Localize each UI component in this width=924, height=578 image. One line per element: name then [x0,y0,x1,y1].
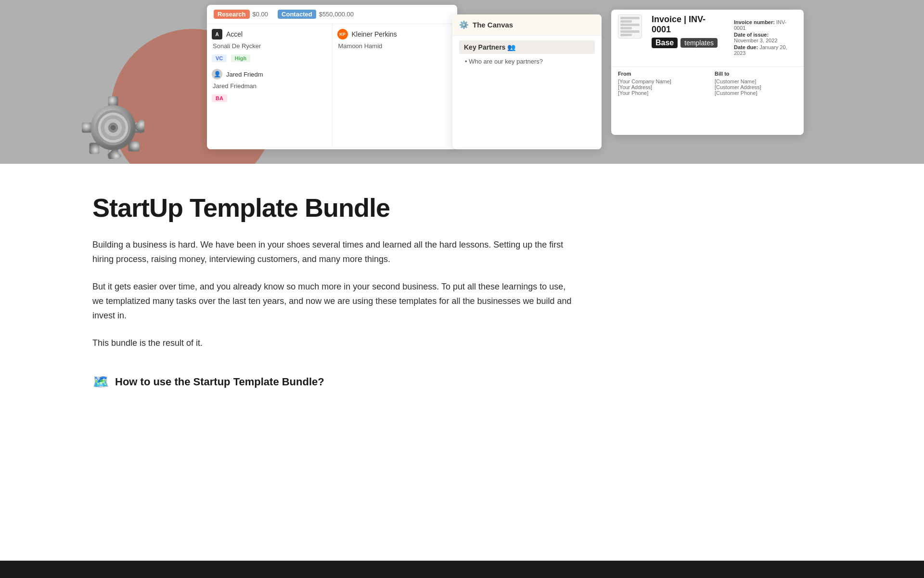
bill-line-1: [Customer Name] [715,79,797,84]
canvas-gear-emoji: ⚙️ [459,20,469,29]
para-2: But it gets easier over time, and you al… [92,280,574,323]
invoice-top: Invoice | INV-0001 Base templates Invoic… [611,10,804,67]
from-label: From [618,71,700,77]
date-due-label: Date due: [734,44,758,50]
invoice-meta: Invoice number: INV-0001 Date of issue: … [727,14,797,62]
jared-row: 👤 Jared Friedm [212,69,327,79]
receipt-icon [618,14,642,39]
high-tag: High [231,54,250,62]
description-block-3: This bundle is the result of it. [92,336,574,351]
svg-rect-7 [90,143,100,154]
vc-tag: VC [212,54,227,62]
contacted-tab-label: Contacted [278,10,316,19]
jared-avatar: 👤 [212,69,222,79]
kleiner-name: Kleiner Perkins [352,30,397,38]
accel-row: A Accel [212,29,327,39]
date-issue-label: Date of issue: [734,32,769,38]
canvas-section: Key Partners 👥 Who are our key partners? [452,36,602,70]
key-partners-header: Key Partners 👥 [459,40,595,54]
canvas-bullet-1: Who are our key partners? [459,58,595,65]
invoice-addresses: From [Your Company Name] [Your Address] … [611,67,804,100]
invoice-number-label: Invoice number: [734,19,775,25]
page-title: StartUp Template Bundle [92,193,574,223]
mamoon-name: Mamoon Hamid [337,42,453,50]
crm-col-2: KP Kleiner Perkins Mamoon Hamid [333,24,458,147]
screenshot-panels: Research $0.00 Contacted $550,000.00 A A… [207,0,924,164]
invoice-brand: Base templates [652,38,718,48]
how-to-emoji: 🗺️ [92,374,109,390]
ba-tag: BA [212,94,227,102]
svg-point-14 [111,125,116,130]
banner-section: Research $0.00 Contacted $550,000.00 A A… [0,0,924,164]
main-content: StartUp Template Bundle Building a busin… [0,164,924,578]
accel-icon: A [212,29,222,39]
description-block-2: But it gets easier over time, and you al… [92,280,574,323]
how-to-title: How to use the Startup Template Bundle? [115,376,324,388]
date-issue-value: November 3, 2022 [734,38,778,43]
how-to-section: 🗺️ How to use the Startup Template Bundl… [92,374,924,390]
key-partners-title: Key Partners 👥 [464,43,515,51]
invoice-from: From [Your Company Name] [Your Address] … [618,71,700,96]
gear-icon [82,96,144,159]
kleiner-row: KP Kleiner Perkins [337,29,453,39]
bill-line-3: [Customer Phone] [715,90,797,96]
para-1: Building a business is hard. We have bee… [92,238,574,266]
research-tab-label: Research [214,10,250,19]
para-3: This bundle is the result of it. [92,336,574,351]
brand-base: Base [652,38,678,48]
sonali-name: Sonali De Rycker [212,42,327,50]
research-tab-amount: $0.00 [253,11,269,18]
accel-tags: VC High [212,53,327,62]
svg-rect-5 [128,142,139,152]
description-block-1: Building a business is hard. We have bee… [92,238,574,266]
crm-body: A Accel Sonali De Rycker VC High 👤 Jared… [207,24,457,147]
invoice-bill-to: Bill to [Customer Name] [Customer Addres… [715,71,797,96]
bill-to-label: Bill to [715,71,797,77]
from-line-1: [Your Company Name] [618,79,700,84]
contacted-tab[interactable]: Contacted $550,000.00 [278,10,354,19]
crm-panel: Research $0.00 Contacted $550,000.00 A A… [207,5,457,149]
invoice-panel: Invoice | INV-0001 Base templates Invoic… [611,10,804,135]
invoice-title: Invoice | INV-0001 [652,14,718,35]
from-line-2: [Your Address] [618,84,700,90]
bill-line-2: [Customer Address] [715,84,797,90]
from-line-3: [Your Phone] [618,90,700,96]
footer-bar [0,561,924,578]
contacted-tab-amount: $550,000.00 [319,11,354,18]
research-tab[interactable]: Research $0.00 [214,10,268,19]
crm-col-1: A Accel Sonali De Rycker VC High 👤 Jared… [207,24,333,147]
canvas-title: The Canvas [473,21,513,29]
jared-short-name: Jared Friedm [226,71,263,78]
kleiner-icon: KP [337,29,348,39]
canvas-header: ⚙️ The Canvas [452,14,602,36]
invoice-title-area: Invoice | INV-0001 Base templates [652,14,718,48]
crm-header: Research $0.00 Contacted $550,000.00 [207,5,457,24]
accel-name: Accel [226,30,243,38]
jared-full-name: Jared Friedman [212,82,327,90]
brand-templates: templates [680,38,718,48]
canvas-panel: ⚙️ The Canvas Key Partners 👥 Who are our… [452,14,602,149]
